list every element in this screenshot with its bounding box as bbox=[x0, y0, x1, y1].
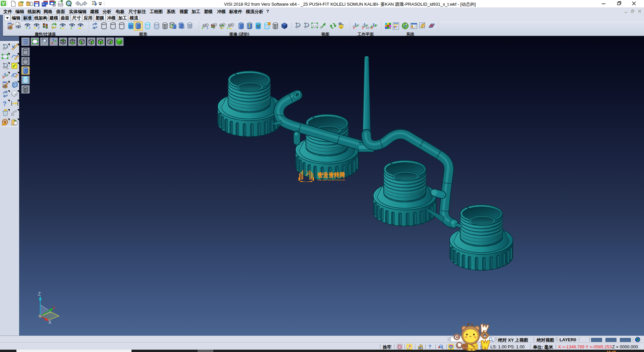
svg-text:INTELLIGENT MANUFACTURING DATA: INTELLIGENT MANUFACTURING DATA bbox=[317, 179, 345, 181]
svg-text:Y: Y bbox=[52, 305, 56, 311]
svg-text:+: + bbox=[227, 26, 229, 30]
svg-text:+: + bbox=[201, 26, 204, 31]
svg-text:+: + bbox=[70, 26, 72, 31]
svg-text:智造资料网: 智造资料网 bbox=[317, 172, 345, 179]
svg-text:?: ? bbox=[3, 100, 7, 107]
svg-text:X: X bbox=[48, 319, 52, 325]
svg-text:V: V bbox=[2, 1, 5, 6]
svg-text:Z: Z bbox=[38, 291, 41, 297]
svg-text:C: C bbox=[455, 334, 459, 340]
svg-text:1:1: 1:1 bbox=[313, 24, 317, 27]
svg-text:+: + bbox=[60, 26, 62, 30]
svg-text:+: + bbox=[25, 26, 28, 30]
